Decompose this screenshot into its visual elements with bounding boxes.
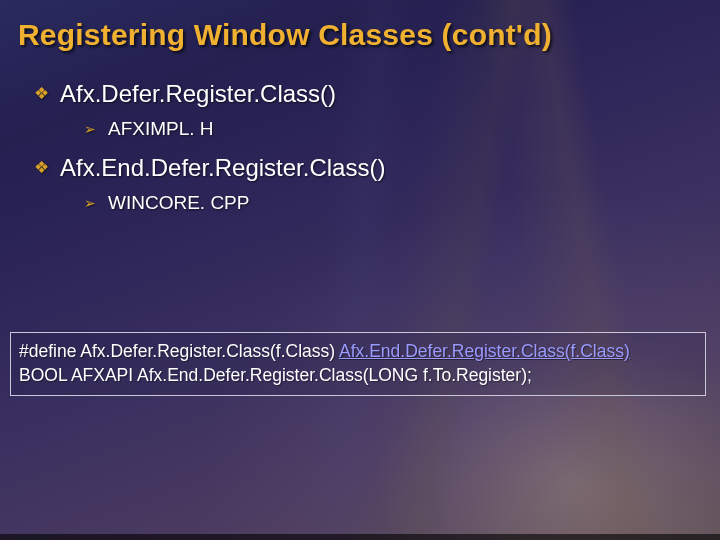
sub-bullet-text: AFXIMPL. H [108,118,214,140]
bullet-level1: ❖ Afx.Defer.Register.Class() [34,80,690,108]
arrow-icon: ➢ [84,118,108,140]
diamond-icon: ❖ [34,154,60,182]
diamond-icon: ❖ [34,80,60,108]
bullet-text: Afx.End.Defer.Register.Class() [60,154,385,182]
sub-bullet-text: WINCORE. CPP [108,192,249,214]
bullet-text: Afx.Defer.Register.Class() [60,80,336,108]
slide: Registering Window Classes (cont'd) ❖ Af… [0,0,720,540]
bullet-level2: ➢ AFXIMPL. H [84,118,690,140]
slide-body: ❖ Afx.Defer.Register.Class() ➢ AFXIMPL. … [34,72,690,228]
arrow-icon: ➢ [84,192,108,214]
code-call: Afx.End.Defer.Register.Class(f.Class) [339,341,630,361]
code-line: #define Afx.Defer.Register.Class(f.Class… [19,339,697,363]
bullet-level2: ➢ WINCORE. CPP [84,192,690,214]
code-box: #define Afx.Defer.Register.Class(f.Class… [10,332,706,396]
slide-title: Registering Window Classes (cont'd) [18,18,702,52]
code-line: BOOL AFXAPI Afx.End.Defer.Register.Class… [19,363,697,387]
code-text: #define Afx.Defer.Register.Class(f.Class… [19,341,339,361]
bullet-level1: ❖ Afx.End.Defer.Register.Class() [34,154,690,182]
